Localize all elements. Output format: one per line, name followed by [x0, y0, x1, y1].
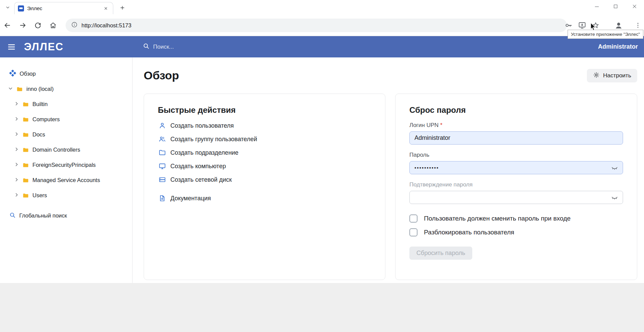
- confirm-password-input[interactable]: [409, 191, 623, 204]
- must-change-password-row[interactable]: Пользователь должен сменить пароль при в…: [409, 214, 623, 223]
- tree-node-label: Users: [32, 192, 47, 199]
- tree-node-label: Builtin: [32, 101, 48, 107]
- browser-menu-icon[interactable]: [632, 20, 644, 31]
- back-button[interactable]: [2, 20, 13, 31]
- action-documentation[interactable]: Документация: [158, 191, 371, 205]
- maximize-button[interactable]: [606, 0, 625, 13]
- address-bar[interactable]: http://localhost:5173: [66, 19, 567, 32]
- action-create-organizational-unit[interactable]: Создать подразделение: [158, 146, 371, 159]
- tree-node-label: ForeignSecurityPrincipals: [32, 162, 96, 168]
- must-change-password-label: Пользователь должен сменить пароль при в…: [424, 215, 571, 222]
- profile-avatar-icon[interactable]: [613, 20, 624, 31]
- site-favicon-icon: [18, 5, 24, 11]
- browser-tab[interactable]: Эллес: [14, 2, 113, 14]
- action-create-network-drive[interactable]: Создать сетевой диск: [158, 173, 371, 186]
- user-icon: [159, 122, 166, 129]
- reload-button[interactable]: [32, 20, 44, 31]
- login-upn-label: Логин UPN *: [409, 122, 623, 129]
- folder-icon: [22, 101, 29, 108]
- forward-button[interactable]: [17, 20, 28, 31]
- tree-node-docs[interactable]: Docs: [0, 127, 132, 142]
- folder-outline-icon: [159, 149, 166, 156]
- tree-node-users[interactable]: Users: [0, 188, 132, 203]
- login-upn-input[interactable]: [409, 131, 623, 145]
- page-background: [0, 283, 644, 332]
- tab-title: Эллес: [27, 5, 99, 11]
- configure-button[interactable]: Настроить: [587, 69, 637, 82]
- chevron-right-icon[interactable]: [14, 161, 20, 169]
- tab-strip: Эллес: [0, 0, 644, 14]
- folder-icon: [16, 86, 23, 93]
- action-label: Создать пользователя: [170, 122, 234, 129]
- gear-icon: [593, 72, 600, 80]
- configure-button-label: Настроить: [603, 72, 631, 79]
- unlock-user-checkbox[interactable]: [409, 228, 418, 236]
- chevron-right-icon[interactable]: [14, 192, 20, 199]
- minimize-button[interactable]: [587, 0, 606, 13]
- current-user-label[interactable]: Administrator: [598, 43, 638, 50]
- tab-search-chevron-icon[interactable]: [3, 4, 12, 11]
- bookmark-star-icon[interactable]: [590, 20, 601, 31]
- menu-hamburger-icon[interactable]: [7, 43, 16, 51]
- overview-logo-icon: [9, 70, 16, 78]
- toggle-confirm-visibility-icon[interactable]: [611, 194, 619, 202]
- action-label: Создать сетевой диск: [170, 176, 232, 183]
- chevron-right-icon[interactable]: [14, 146, 20, 154]
- app-logo: ЭЛЛЕС: [24, 41, 64, 53]
- tree-node-label: inno (local): [26, 86, 54, 92]
- password-manager-icon[interactable]: [563, 20, 574, 31]
- password-reset-card: Сброс пароля Логин UPN * Пароль Подтверж…: [395, 94, 637, 280]
- browser-toolbar: http://localhost:5173: [0, 14, 644, 36]
- chevron-right-icon[interactable]: [14, 177, 20, 184]
- toggle-password-visibility-icon[interactable]: [611, 164, 619, 172]
- folder-icon: [22, 177, 29, 184]
- action-label: Документация: [170, 195, 211, 202]
- home-button[interactable]: [47, 20, 59, 31]
- action-label: Создать компьютер: [170, 163, 226, 170]
- tree-node-foreign-security-principals[interactable]: ForeignSecurityPrincipals: [0, 157, 132, 173]
- unlock-user-row[interactable]: Разблокировать пользователя: [409, 228, 623, 236]
- reset-password-button[interactable]: Сбросить пароль: [409, 247, 472, 260]
- password-reset-title: Сброс пароля: [409, 105, 623, 115]
- tab-close-icon[interactable]: [102, 5, 110, 12]
- action-create-computer[interactable]: Создать компьютер: [158, 159, 371, 173]
- tree-node-builtin[interactable]: Builtin: [0, 97, 132, 112]
- chevron-down-icon[interactable]: [7, 85, 14, 93]
- main-content: Обзор Настроить Быстрые действия Создать…: [133, 57, 644, 283]
- action-label: Создать группу пользователей: [170, 136, 257, 143]
- action-create-user-group[interactable]: Создать группу пользователей: [158, 132, 371, 146]
- sidebar-item-overview[interactable]: Обзор: [0, 66, 132, 81]
- tree-node-label: Docs: [32, 131, 45, 138]
- search-icon: [9, 212, 16, 220]
- sidebar-overview-label: Обзор: [20, 71, 36, 77]
- user-group-icon: [159, 135, 166, 143]
- unlock-user-label: Разблокировать пользователя: [424, 229, 514, 236]
- must-change-password-checkbox[interactable]: [409, 214, 418, 223]
- folder-icon: [22, 116, 29, 123]
- new-tab-button[interactable]: [117, 3, 127, 12]
- computer-icon: [159, 162, 166, 170]
- chevron-right-icon[interactable]: [14, 131, 20, 138]
- page-info-icon[interactable]: [71, 21, 78, 29]
- quick-actions-title: Быстрые действия: [158, 105, 371, 115]
- tree-node-managed-service-accounts[interactable]: Managed Service Accounts: [0, 173, 132, 188]
- chevron-right-icon[interactable]: [14, 101, 20, 108]
- folder-icon: [22, 192, 29, 199]
- folder-icon: [22, 147, 29, 153]
- install-app-icon[interactable]: [576, 20, 588, 31]
- url-text[interactable]: http://localhost:5173: [81, 22, 132, 29]
- action-create-user[interactable]: Создать пользователя: [158, 119, 371, 132]
- sidebar: Обзор inno (local) Builtin: [0, 57, 133, 283]
- password-input[interactable]: [409, 161, 623, 174]
- header-search-input[interactable]: [153, 44, 255, 50]
- tree-node-computers[interactable]: Computers: [0, 112, 132, 127]
- tree-node-domain-controllers[interactable]: Domain Controllers: [0, 142, 132, 157]
- quick-actions-card: Быстрые действия Создать пользователя Со…: [144, 94, 385, 280]
- app-header: ЭЛЛЕС Administrator: [0, 36, 644, 57]
- close-window-button[interactable]: [625, 0, 644, 13]
- tree-node-domain-root[interactable]: inno (local): [0, 81, 132, 97]
- action-label: Создать подразделение: [170, 149, 238, 156]
- sidebar-item-global-search[interactable]: Глобальный поиск: [0, 208, 132, 223]
- chevron-right-icon[interactable]: [14, 116, 20, 123]
- header-search[interactable]: [143, 36, 255, 57]
